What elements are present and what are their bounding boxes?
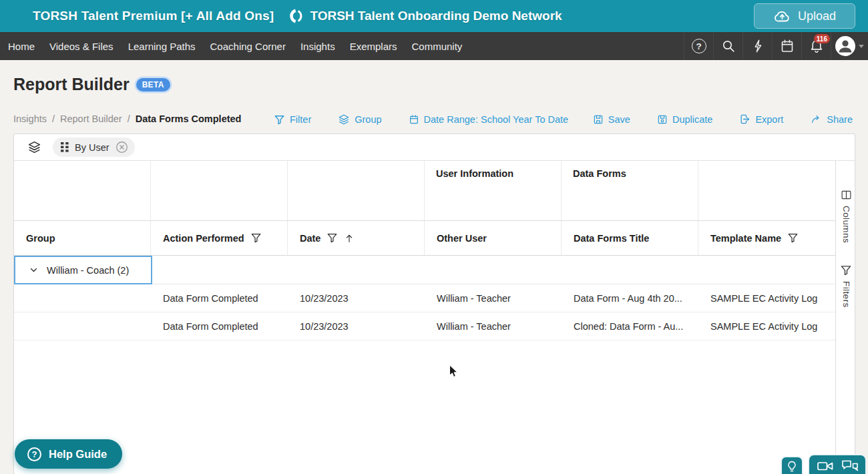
grid-icon <box>61 142 69 152</box>
meeting-chat-button[interactable] <box>808 454 867 474</box>
search-icon <box>720 38 736 54</box>
tab-filters[interactable]: Filters <box>836 264 856 308</box>
calendar-icon <box>409 114 419 125</box>
band-user-information: User Information <box>425 161 562 220</box>
chat-bubbles-icon <box>841 459 859 473</box>
side-panel-strip: Columns Filters <box>835 161 855 474</box>
cell-action: Data Form Completed <box>151 284 288 312</box>
share-arrow-icon <box>810 113 822 125</box>
group-row-william-coach[interactable]: William - Coach (2) <box>14 256 152 284</box>
top-bar: TORSH Talent Premium [+ All Add Ons] TOR… <box>0 0 868 32</box>
nav-item-coaching-corner[interactable]: Coaching Corner <box>203 32 293 60</box>
nav-item-exemplars[interactable]: Exemplars <box>343 32 405 60</box>
export-button[interactable]: Export <box>739 113 783 125</box>
save-button[interactable]: Save <box>593 113 630 125</box>
nav-icon-group: ? <box>684 32 868 60</box>
filter-funnel-icon[interactable] <box>327 232 338 244</box>
layers-icon <box>338 113 350 126</box>
cell-date: 10/23/2023 <box>288 284 425 312</box>
upload-button[interactable]: Upload <box>754 3 855 29</box>
date-range-button[interactable]: Date Range: School Year To Date <box>409 113 569 126</box>
upload-label: Upload <box>798 9 836 23</box>
network-title: TORSH Talent Onboarding Demo Network <box>310 9 562 23</box>
breadcrumb-separator: / <box>128 113 130 124</box>
cloud-upload-icon <box>773 8 791 24</box>
column-header-group[interactable]: Group <box>14 221 151 255</box>
column-header-date[interactable]: Date <box>288 221 425 255</box>
breadcrumb-separator: / <box>52 113 55 124</box>
lightning-bolt-icon <box>750 38 765 54</box>
chip-label: By User <box>75 142 110 153</box>
layers-icon[interactable] <box>27 140 41 154</box>
table-row[interactable]: Data Form Completed 10/23/2023 William -… <box>14 312 835 340</box>
group-chip-by-user[interactable]: By User <box>53 138 135 157</box>
column-header-row: Group Action Performed Date <box>14 221 835 256</box>
grouping-bar: By User <box>14 134 855 161</box>
lightbulb-icon <box>785 459 799 474</box>
toolbar-right: Save Duplicate Export Share <box>593 113 853 125</box>
title-row: Report Builder BETA <box>13 75 170 94</box>
nav-item-home[interactable]: Home <box>1 32 42 60</box>
beta-badge: BETA <box>136 78 170 91</box>
help-guide-button[interactable]: ? Help Guide <box>15 439 122 469</box>
sort-ascending-icon[interactable] <box>344 233 355 244</box>
share-button[interactable]: Share <box>810 113 853 125</box>
main-nav: Home Videos & Files Learning Paths Coach… <box>0 32 868 60</box>
breadcrumb-insights[interactable]: Insights <box>13 113 47 124</box>
cell-date: 10/23/2023 <box>288 312 425 340</box>
cell-template: SAMPLE EC Activity Log <box>698 312 835 340</box>
nav-items: Home Videos & Files Learning Paths Coach… <box>1 32 469 60</box>
column-header-template-name[interactable]: Template Name <box>698 221 835 255</box>
breadcrumb: Insights / Report Builder / Data Forms C… <box>13 113 241 124</box>
group-row: William - Coach (2) <box>14 256 835 284</box>
calendar-button[interactable] <box>772 32 801 60</box>
filter-funnel-icon[interactable] <box>250 232 262 244</box>
ideas-button[interactable] <box>781 456 803 474</box>
chevron-down-icon <box>29 266 38 274</box>
torsh-logo-icon <box>289 9 304 23</box>
notifications-button[interactable]: 116 <box>801 32 831 60</box>
account-menu[interactable] <box>831 32 868 60</box>
band-cell <box>151 161 288 220</box>
nav-item-insights[interactable]: Insights <box>293 32 343 60</box>
cell-group <box>14 284 151 312</box>
activity-button[interactable] <box>742 32 772 60</box>
cell-other-user: William - Teacher <box>425 284 562 312</box>
notification-badge: 116 <box>814 34 830 43</box>
cell-title: Cloned: Data Form - Au... <box>562 312 698 340</box>
report-table: User Information Data Forms Group Action… <box>14 161 835 474</box>
cell-other-user: William - Teacher <box>425 312 562 340</box>
column-header-other-user[interactable]: Other User <box>425 221 562 255</box>
product-title: TORSH Talent Premium [+ All Add Ons] <box>33 9 274 23</box>
help-button[interactable]: ? <box>684 32 713 60</box>
columns-icon <box>840 189 853 201</box>
help-guide-label: Help Guide <box>49 448 107 461</box>
toolbar-left: Filter Group Date Range: School Year To … <box>274 113 568 126</box>
breadcrumb-report-builder[interactable]: Report Builder <box>60 113 122 124</box>
column-header-action-performed[interactable]: Action Performed <box>151 221 288 255</box>
network-group: TORSH Talent Onboarding Demo Network <box>289 9 562 23</box>
nav-item-community[interactable]: Community <box>405 32 470 60</box>
page-title: Report Builder <box>13 75 130 94</box>
calendar-icon <box>779 38 795 54</box>
duplicate-button[interactable]: Duplicate <box>657 113 712 125</box>
cell-template: SAMPLE EC Activity Log <box>698 284 835 312</box>
chevron-down-icon <box>859 45 864 48</box>
column-header-data-forms-title[interactable]: Data Forms Title <box>562 221 698 255</box>
nav-item-learning-paths[interactable]: Learning Paths <box>121 32 203 60</box>
corner-buttons <box>781 454 867 474</box>
tab-columns[interactable]: Columns <box>836 189 856 243</box>
filter-button[interactable]: Filter <box>274 113 311 126</box>
breadcrumb-toolbar-row: Insights / Report Builder / Data Forms C… <box>13 113 855 130</box>
close-icon[interactable] <box>116 141 128 154</box>
filter-funnel-icon[interactable] <box>787 232 799 244</box>
nav-item-videos-files[interactable]: Videos & Files <box>42 32 121 60</box>
group-button[interactable]: Group <box>338 113 381 126</box>
duplicate-floppy-icon <box>657 114 668 125</box>
band-cell <box>288 161 425 220</box>
band-data-forms: Data Forms <box>562 161 698 220</box>
breadcrumb-current: Data Forms Completed <box>136 113 242 124</box>
table-row[interactable]: Data Form Completed 10/23/2023 William -… <box>14 284 835 312</box>
filter-funnel-icon <box>840 264 852 276</box>
search-button[interactable] <box>713 32 742 60</box>
